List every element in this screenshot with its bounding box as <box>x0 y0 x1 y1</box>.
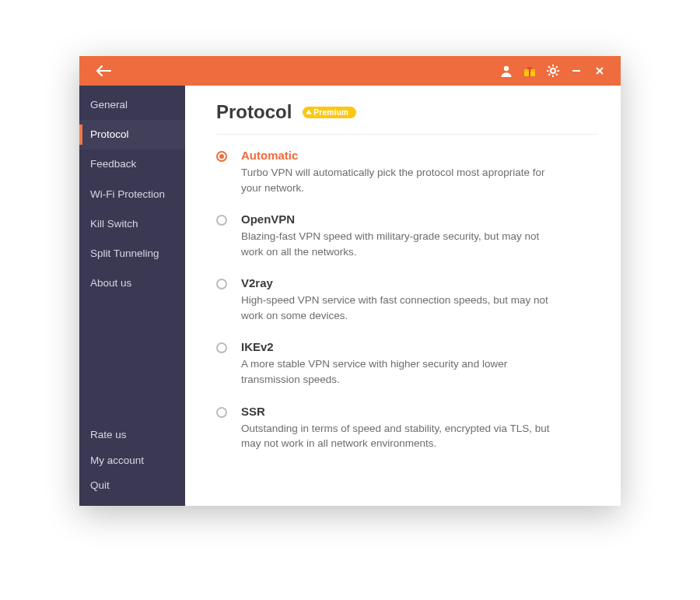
radio-icon <box>216 151 227 162</box>
protocol-options: Automatic Turbo VPN will automatically p… <box>216 149 597 451</box>
svg-point-4 <box>551 68 555 73</box>
option-body: V2ray High-speed VPN service with fast c… <box>241 276 597 323</box>
settings-button[interactable] <box>543 61 563 81</box>
option-description: Turbo VPN will automatically pick the pr… <box>241 165 552 195</box>
option-description: Blazing-fast VPN speed with military-gra… <box>241 229 552 259</box>
sidebar-item-split-tunneling[interactable]: Split Tunneling <box>79 239 185 268</box>
sidebar-item-label: Feedback <box>90 158 136 170</box>
sidebar: General Protocol Feedback Wi-Fi Protecti… <box>79 86 185 506</box>
option-description: A more stable VPN service with higher se… <box>241 356 552 387</box>
option-body: Automatic Turbo VPN will automatically p… <box>241 149 597 195</box>
svg-line-9 <box>548 66 550 68</box>
sidebar-item-label: About us <box>90 277 131 289</box>
premium-badge: Premium <box>303 107 356 118</box>
content-pane: Protocol Premium Automatic Turbo VPN wil… <box>185 86 621 506</box>
sidebar-item-label: Kill Switch <box>90 218 138 230</box>
sidebar-item-feedback[interactable]: Feedback <box>79 149 185 179</box>
option-label: V2ray <box>241 276 597 289</box>
sidebar-item-wifi-protection[interactable]: Wi-Fi Protection <box>79 180 185 209</box>
option-label: SSR <box>241 405 597 418</box>
sidebar-nav-bottom: Rate us My account Quit <box>79 423 185 506</box>
svg-rect-3 <box>529 69 530 76</box>
radio-icon <box>216 342 227 353</box>
protocol-option-automatic[interactable]: Automatic Turbo VPN will automatically p… <box>216 149 597 195</box>
svg-point-0 <box>504 66 509 71</box>
sidebar-item-about-us[interactable]: About us <box>79 268 185 298</box>
user-icon <box>499 64 513 78</box>
radio-icon <box>216 407 227 418</box>
option-body: OpenVPN Blazing-fast VPN speed with mili… <box>241 212 597 259</box>
svg-line-12 <box>548 74 550 75</box>
svg-line-10 <box>556 74 558 75</box>
sidebar-item-label: Rate us <box>90 429 127 440</box>
close-button[interactable] <box>590 61 610 81</box>
minimize-icon <box>571 65 582 76</box>
sidebar-item-quit[interactable]: Quit <box>79 473 185 498</box>
page-header: Protocol Premium <box>216 101 597 135</box>
sidebar-item-label: General <box>90 99 128 111</box>
protocol-option-openvpn[interactable]: OpenVPN Blazing-fast VPN speed with mili… <box>216 212 597 259</box>
svg-line-11 <box>556 66 558 68</box>
minimize-button[interactable] <box>566 61 586 81</box>
titlebar <box>79 56 621 86</box>
account-button[interactable] <box>496 61 516 81</box>
back-arrow-icon <box>96 65 111 76</box>
option-body: SSR Outstanding in terms of speed and st… <box>241 405 597 451</box>
page-title: Protocol <box>216 101 292 123</box>
gift-icon <box>523 64 537 78</box>
sidebar-item-general[interactable]: General <box>79 90 185 120</box>
sidebar-item-protocol[interactable]: Protocol <box>79 120 185 149</box>
sidebar-item-label: Quit <box>90 479 110 491</box>
sidebar-item-label: My account <box>90 454 144 466</box>
option-description: High-speed VPN service with fast connect… <box>241 293 552 323</box>
protocol-option-ikev2[interactable]: IKEv2 A more stable VPN service with hig… <box>216 340 597 387</box>
close-icon <box>594 65 605 76</box>
sidebar-item-my-account[interactable]: My account <box>79 448 185 473</box>
radio-icon <box>216 215 227 226</box>
app-body: General Protocol Feedback Wi-Fi Protecti… <box>79 86 621 506</box>
radio-icon <box>216 279 227 289</box>
sidebar-item-kill-switch[interactable]: Kill Switch <box>79 209 185 239</box>
option-label: IKEv2 <box>241 340 597 353</box>
option-description: Outstanding in terms of speed and stabil… <box>241 421 552 451</box>
option-label: Automatic <box>241 149 597 162</box>
sidebar-item-label: Wi-Fi Protection <box>90 188 165 200</box>
app-window: General Protocol Feedback Wi-Fi Protecti… <box>79 56 621 506</box>
back-button[interactable] <box>93 61 114 81</box>
protocol-option-ssr[interactable]: SSR Outstanding in terms of speed and st… <box>216 405 597 451</box>
sidebar-item-label: Protocol <box>90 128 129 140</box>
sidebar-item-rate-us[interactable]: Rate us <box>79 423 185 447</box>
sidebar-nav-top: General Protocol Feedback Wi-Fi Protecti… <box>79 86 185 298</box>
option-body: IKEv2 A more stable VPN service with hig… <box>241 340 597 387</box>
gear-icon <box>546 64 560 78</box>
option-label: OpenVPN <box>241 212 597 226</box>
gift-button[interactable] <box>520 61 540 81</box>
sidebar-item-label: Split Tunneling <box>90 247 159 259</box>
protocol-option-v2ray[interactable]: V2ray High-speed VPN service with fast c… <box>216 276 597 323</box>
